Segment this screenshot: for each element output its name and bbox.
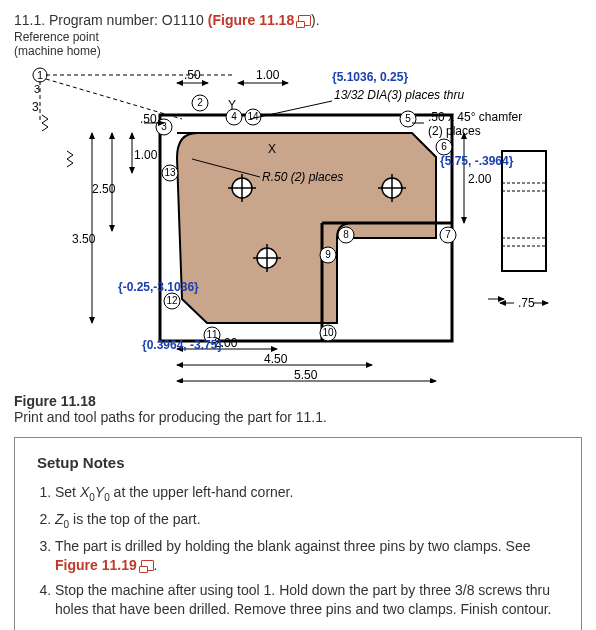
svg-text:9: 9: [325, 249, 331, 260]
figure-caption-title: Figure 11.18: [14, 393, 582, 409]
svg-line-5: [46, 79, 182, 119]
svg-text:2.50: 2.50: [92, 182, 116, 196]
svg-text:.50: .50: [140, 112, 157, 126]
svg-text:12: 12: [166, 295, 178, 306]
note-item-2: Z0 is the top of the part.: [55, 510, 563, 531]
figure-reference-2[interactable]: Figure 11.19: [55, 557, 154, 573]
page-header: 11.1. Program number: O1110 (Figure 11.1…: [14, 12, 582, 28]
svg-text:2: 2: [197, 97, 203, 108]
svg-text:3: 3: [32, 100, 39, 114]
figure-reference[interactable]: (Figure 11.18: [208, 12, 311, 28]
figure-11-18: 1 3 .75 2 3 4 14 5 6 7 8 9: [32, 63, 572, 383]
svg-rect-9: [502, 151, 546, 271]
program-label: Program number:: [49, 12, 158, 28]
svg-text:{5.1036, 0.25}: {5.1036, 0.25}: [332, 70, 408, 84]
svg-text:1: 1: [37, 69, 43, 81]
part-outline: [177, 133, 436, 323]
figure-caption-text: Print and tool paths for producing the p…: [14, 409, 582, 425]
setup-notes-box: Setup Notes Set X0Y0 at the upper left-h…: [14, 437, 582, 630]
svg-text:3: 3: [34, 83, 40, 95]
svg-text:6: 6: [441, 141, 447, 152]
svg-text:{-0.25,-3.1036}: {-0.25,-3.1036}: [118, 280, 199, 294]
note-item-1: Set X0Y0 at the upper left-hand corner.: [55, 483, 563, 504]
svg-text:X: X: [268, 142, 276, 156]
svg-text:.50: .50: [184, 68, 201, 82]
svg-text:5: 5: [405, 113, 411, 124]
svg-text:1.00: 1.00: [134, 148, 158, 162]
popup-icon[interactable]: [141, 560, 154, 571]
note-item-4: Stop the machine after using tool 1. Hol…: [55, 581, 563, 619]
svg-text:10: 10: [322, 327, 334, 338]
program-value: O1110: [162, 12, 204, 28]
svg-text:2.00: 2.00: [468, 172, 492, 186]
svg-text:(2) places: (2) places: [428, 124, 481, 138]
svg-text:R.50 (2) places: R.50 (2) places: [262, 170, 343, 184]
setup-notes-heading: Setup Notes: [37, 454, 563, 471]
svg-text:8: 8: [343, 229, 349, 240]
svg-text:13/32 DIA(3) places thru: 13/32 DIA(3) places thru: [334, 88, 464, 102]
svg-text:5.50: 5.50: [294, 368, 318, 382]
svg-text:.50 x 45° chamfer: .50 x 45° chamfer: [428, 110, 522, 124]
section-number: 11.1.: [14, 12, 45, 28]
reference-point-label: Reference point (machine home): [14, 30, 582, 59]
popup-icon[interactable]: [298, 15, 311, 26]
side-view: .75: [488, 151, 548, 310]
svg-text:{5.75, -.3964}: {5.75, -.3964}: [440, 154, 514, 168]
svg-text:1.00: 1.00: [256, 68, 280, 82]
svg-text:4: 4: [231, 111, 237, 122]
svg-text:3.50: 3.50: [72, 232, 96, 246]
svg-text:13: 13: [164, 167, 176, 178]
svg-text:4.50: 4.50: [264, 352, 288, 366]
note-item-3: The part is drilled by holding the blank…: [55, 537, 563, 575]
svg-text:Y: Y: [228, 98, 236, 112]
svg-text:7: 7: [445, 229, 451, 240]
svg-text:{0.3964, -3.75}: {0.3964, -3.75}: [142, 338, 222, 352]
svg-text:.75: .75: [518, 296, 535, 310]
svg-text:14: 14: [247, 111, 259, 122]
